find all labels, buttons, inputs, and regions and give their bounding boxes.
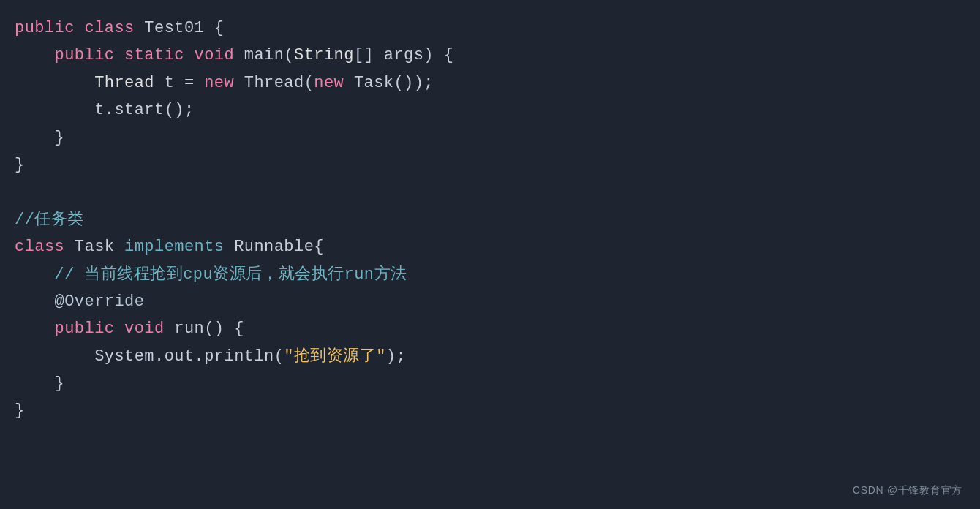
code-token: // 当前线程抢到cpu资源后，就会执行run方法 xyxy=(15,265,407,284)
code-line: public static void main(String[] args) { xyxy=(15,42,965,69)
code-line: } xyxy=(15,151,965,178)
code-token: main xyxy=(244,46,284,64)
code-token: t = xyxy=(154,74,204,92)
code-token: System.out.println( xyxy=(15,347,284,366)
code-line: public void run() { xyxy=(15,315,965,342)
code-token: public class xyxy=(15,19,144,37)
code-token: [] args) { xyxy=(354,46,453,64)
code-token: implements xyxy=(124,238,234,256)
code-token: Thread( xyxy=(244,74,314,92)
code-line: } xyxy=(15,370,965,397)
code-container: public class Test01 { public static void… xyxy=(0,0,980,509)
code-token xyxy=(15,293,55,311)
code-token: ( xyxy=(284,46,294,64)
code-token: t.start(); xyxy=(94,101,194,119)
code-line xyxy=(15,178,965,206)
code-token: Runnable{ xyxy=(234,238,324,256)
code-token: } xyxy=(15,129,64,147)
code-token: new xyxy=(314,74,354,92)
code-token: "抢到资源了" xyxy=(284,347,385,366)
code-token: Thread xyxy=(94,74,154,92)
code-token xyxy=(15,46,55,64)
code-token: run() { xyxy=(174,320,244,338)
code-token: } xyxy=(15,156,25,174)
code-block: public class Test01 { public static void… xyxy=(15,15,965,425)
code-token: Task xyxy=(75,238,124,256)
code-token: //任务类 xyxy=(15,211,84,229)
code-line: } xyxy=(15,124,965,151)
code-token: ); xyxy=(386,347,406,366)
code-token: public void xyxy=(55,320,175,338)
code-line: Thread t = new Thread(new Task()); xyxy=(15,69,965,97)
code-line: t.start(); xyxy=(15,97,965,124)
code-line: class Task implements Runnable{ xyxy=(15,233,965,260)
code-line: // 当前线程抢到cpu资源后，就会执行run方法 xyxy=(15,261,965,288)
code-token: @Override xyxy=(55,293,145,311)
code-line: } xyxy=(15,397,965,424)
code-token: new xyxy=(204,74,244,92)
code-token: String xyxy=(294,46,354,64)
code-token xyxy=(15,101,94,119)
code-token: } xyxy=(15,401,25,420)
code-token: class xyxy=(15,238,75,256)
code-token: public static void xyxy=(55,46,244,64)
code-line: @Override xyxy=(15,288,965,315)
watermark: CSDN @千锋教育官方 xyxy=(853,484,962,497)
code-token xyxy=(15,74,94,92)
code-token: Test01 { xyxy=(144,19,224,37)
code-line: public class Test01 { xyxy=(15,15,965,42)
code-token: Task()); xyxy=(354,74,434,92)
code-line: //任务类 xyxy=(15,206,965,233)
code-line: System.out.println("抢到资源了"); xyxy=(15,343,965,370)
code-token xyxy=(15,320,55,338)
code-token: } xyxy=(15,374,64,393)
